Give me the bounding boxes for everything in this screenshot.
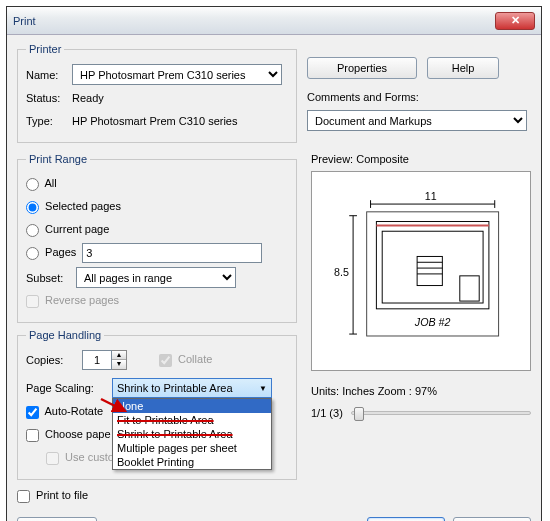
page-slider[interactable] bbox=[351, 411, 531, 415]
range-legend: Print Range bbox=[26, 153, 90, 165]
scaling-label: Page Scaling: bbox=[26, 382, 106, 394]
status-value: Ready bbox=[72, 92, 104, 104]
collate-check: Collate bbox=[159, 353, 212, 367]
choose-paper-check[interactable]: Choose pape bbox=[26, 428, 111, 442]
cancel-button[interactable]: Cancel bbox=[453, 517, 531, 521]
slider-thumb[interactable] bbox=[354, 407, 364, 421]
subset-select[interactable]: All pages in range bbox=[76, 267, 236, 288]
copies-spinner[interactable]: ▲▼ bbox=[82, 350, 127, 370]
type-value: HP Photosmart Prem C310 series bbox=[72, 115, 237, 127]
option-none[interactable]: None bbox=[113, 399, 271, 413]
name-label: Name: bbox=[26, 69, 66, 81]
comments-label: Comments and Forms: bbox=[307, 91, 419, 103]
option-fit[interactable]: Fit to Printable Area bbox=[113, 413, 271, 427]
dim-width: 11 bbox=[425, 190, 437, 202]
copies-label: Copies: bbox=[26, 354, 76, 366]
range-selected[interactable]: Selected pages bbox=[26, 200, 121, 214]
option-multiple[interactable]: Multiple pages per sheet bbox=[113, 441, 271, 455]
scaling-dropdown: None Fit to Printable Area Shrink to Pri… bbox=[112, 398, 272, 470]
page-handling-group: Page Handling Copies: ▲▼ Collate Page Sc… bbox=[17, 329, 297, 480]
print-range-group: Print Range All Selected pages Current p… bbox=[17, 153, 297, 323]
handling-legend: Page Handling bbox=[26, 329, 104, 341]
subset-label: Subset: bbox=[26, 272, 70, 284]
range-pages[interactable]: Pages bbox=[26, 246, 76, 260]
printer-legend: Printer bbox=[26, 43, 64, 55]
close-button[interactable]: ✕ bbox=[495, 12, 535, 30]
preview-label: Preview: Composite bbox=[311, 153, 531, 165]
reverse-pages: Reverse pages bbox=[26, 294, 119, 308]
option-booklet[interactable]: Booklet Printing bbox=[113, 455, 271, 469]
autorotate-check[interactable]: Auto-Rotate bbox=[26, 405, 103, 419]
print-to-file-check[interactable]: Print to file bbox=[17, 489, 88, 503]
titlebar: Print ✕ bbox=[7, 7, 541, 35]
copies-input[interactable] bbox=[82, 350, 112, 370]
preview-area: 11 8.5 JOB #2 bbox=[311, 171, 531, 371]
job-label: JOB #2 bbox=[414, 316, 451, 328]
preview-drawing: 11 8.5 JOB #2 bbox=[324, 184, 518, 358]
range-all[interactable]: All bbox=[26, 177, 57, 191]
pages-input[interactable] bbox=[82, 243, 262, 263]
help-button[interactable]: Help bbox=[427, 57, 499, 79]
spin-up-icon[interactable]: ▲ bbox=[112, 351, 126, 360]
printer-name-select[interactable]: HP Photosmart Prem C310 series bbox=[72, 64, 282, 85]
type-label: Type: bbox=[26, 115, 66, 127]
spin-down-icon[interactable]: ▼ bbox=[112, 360, 126, 369]
range-current[interactable]: Current page bbox=[26, 223, 109, 237]
page-indicator: 1/1 (3) bbox=[311, 407, 343, 419]
page-scaling-select[interactable]: Shrink to Printable Area ▼ None Fit to P… bbox=[112, 378, 272, 398]
printer-group: Printer Name: HP Photosmart Prem C310 se… bbox=[17, 43, 297, 143]
scaling-selected-text: Shrink to Printable Area bbox=[117, 382, 233, 394]
units-zoom: Units: Inches Zoom : 97% bbox=[311, 385, 531, 397]
dialog-title: Print bbox=[13, 15, 495, 27]
properties-button[interactable]: Properties bbox=[307, 57, 417, 79]
ok-button[interactable]: OK bbox=[367, 517, 445, 521]
status-label: Status: bbox=[26, 92, 66, 104]
option-shrink[interactable]: Shrink to Printable Area bbox=[113, 427, 271, 441]
chevron-down-icon: ▼ bbox=[259, 384, 267, 393]
comments-select[interactable]: Document and Markups bbox=[307, 110, 527, 131]
advanced-button[interactable]: Advanced bbox=[17, 517, 97, 521]
dim-height: 8.5 bbox=[334, 266, 349, 278]
